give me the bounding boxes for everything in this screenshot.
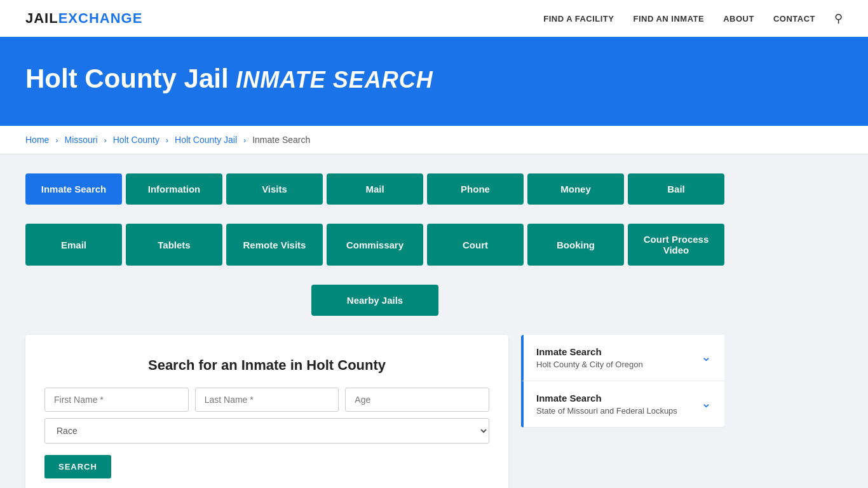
breadcrumb-home[interactable]: Home [25,135,49,145]
age-input[interactable] [345,388,489,412]
nav-about[interactable]: ABOUT [723,14,754,24]
sidebar: Inmate Search Holt County & City of Oreg… [521,335,724,488]
sidebar-card-2-text: Inmate Search State of Missouri and Fede… [536,393,677,416]
hero-banner: Holt County Jail INMATE SEARCH [0,38,868,126]
btn-visits[interactable]: Visits [226,173,323,205]
btn-mail[interactable]: Mail [327,173,423,205]
btn-tablets[interactable]: Tablets [126,224,222,266]
sidebar-card-2-subtitle: State of Missouri and Federal Lockups [536,406,677,416]
btn-nearby-jails[interactable]: Nearby Jails [311,285,438,316]
breadcrumb-missouri[interactable]: Missouri [64,135,97,145]
sidebar-card-1-title: Inmate Search [536,346,643,357]
sidebar-card-2[interactable]: Inmate Search State of Missouri and Fede… [521,381,724,428]
btn-phone[interactable]: Phone [427,173,524,205]
hero-title-main: Holt County Jail [25,64,229,93]
brand-jail: JAIL [25,10,58,26]
hero-title: Holt County Jail INMATE SEARCH [25,64,843,94]
btn-booking[interactable]: Booking [527,224,624,266]
nav-find-inmate[interactable]: FIND AN INMATE [633,14,704,24]
brand-exchange: EXCHANGE [58,10,143,26]
main-content: Inmate Search Information Visits Mail Ph… [0,154,868,488]
breadcrumb: Home › Missouri › Holt County › Holt Cou… [0,126,868,154]
chevron-down-icon-2: ⌄ [701,395,712,410]
last-name-input[interactable] [195,388,339,412]
btn-inmate-search[interactable]: Inmate Search [25,173,122,205]
breadcrumb-holt-jail[interactable]: Holt County Jail [175,135,237,145]
sidebar-card-1-subtitle: Holt County & City of Oregon [536,360,643,369]
nav-find-facility[interactable]: FIND A FACILITY [543,14,614,24]
search-panel: Search for an Inmate in Holt County Race… [25,335,508,488]
brand-logo[interactable]: JAILEXCHANGE [25,10,142,27]
nav-buttons-row3: Nearby Jails [25,285,724,316]
sidebar-card-1[interactable]: Inmate Search Holt County & City of Oreg… [521,335,724,381]
search-fields: Race White Black Hispanic Asian Other [44,388,489,444]
race-select[interactable]: Race White Black Hispanic Asian Other [44,418,489,444]
chevron-down-icon-1: ⌄ [701,349,712,364]
nav-buttons-grid: Inmate Search Information Visits Mail Ph… [25,173,724,205]
search-title: Search for an Inmate in Holt County [44,357,489,374]
btn-remote-visits[interactable]: Remote Visits [226,224,323,266]
sidebar-card-2-title: Inmate Search [536,393,677,403]
breadcrumb-sep-4: › [243,135,246,145]
btn-court-process[interactable]: Court Process Video [628,224,724,266]
btn-email[interactable]: Email [25,224,122,266]
btn-commissary[interactable]: Commissary [327,224,423,266]
search-icon[interactable]: ⚲ [834,11,843,25]
breadcrumb-sep-3: › [166,135,168,145]
sidebar-card-1-text: Inmate Search Holt County & City of Oreg… [536,346,643,369]
btn-money[interactable]: Money [527,173,624,205]
breadcrumb-sep-2: › [104,135,107,145]
navbar-links: FIND A FACILITY FIND AN INMATE ABOUT CON… [543,11,843,25]
btn-information[interactable]: Information [126,173,222,205]
breadcrumb-holt-county[interactable]: Holt County [113,135,159,145]
nav-buttons-row2: Email Tablets Remote Visits Commissary C… [25,224,724,266]
btn-court[interactable]: Court [427,224,524,266]
btn-bail[interactable]: Bail [628,173,724,205]
navbar: JAILEXCHANGE FIND A FACILITY FIND AN INM… [0,0,868,38]
two-col-layout: Search for an Inmate in Holt County Race… [25,335,724,488]
hero-title-sub: INMATE SEARCH [236,67,433,93]
nav-contact[interactable]: CONTACT [773,14,815,24]
breadcrumb-current: Inmate Search [252,135,310,145]
search-button[interactable]: SEARCH [44,455,111,478]
first-name-input[interactable] [44,388,189,412]
breadcrumb-sep-1: › [55,135,58,145]
